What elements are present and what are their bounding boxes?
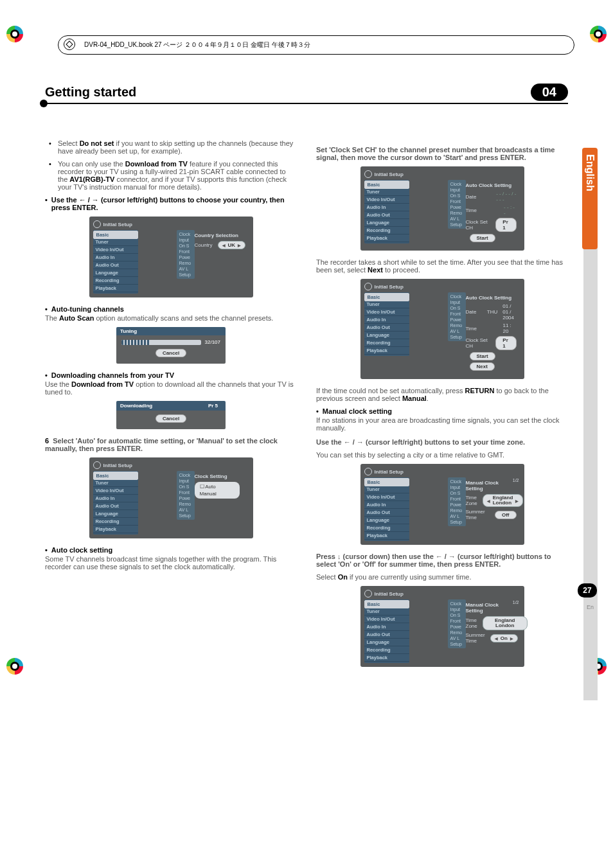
osd-title: Initial Setup bbox=[93, 220, 249, 228]
downloading-body: Use the Download from TV option to downl… bbox=[45, 380, 297, 396]
note-download-from-tv: You can only use the Download from TV fe… bbox=[58, 160, 297, 191]
osd-country-selection: Initial Setup Basic Tuner Video In/Out A… bbox=[89, 217, 253, 297]
osd-sub-menu: Clock Input On S Front Powe Remo AV L Se… bbox=[448, 599, 466, 648]
cancel-button[interactable]: Cancel bbox=[155, 349, 186, 357]
menu-item: Video In/Out bbox=[93, 246, 138, 254]
osd-left-menu: Basic Tuner Video In/Out Audio In Audio … bbox=[364, 180, 409, 244]
menu-item: Recording bbox=[93, 277, 138, 285]
page-language-short: En bbox=[587, 604, 594, 610]
chapter-number-badge: 04 bbox=[531, 84, 568, 101]
osd-panel-heading: Manual Clock Setting bbox=[427, 602, 517, 614]
start-button[interactable]: Start bbox=[470, 234, 495, 242]
osd-panel-heading: Clock Setting bbox=[156, 474, 245, 479]
osd-clock-setting: Initial Setup Basic Tuner Video In/Out A… bbox=[89, 457, 253, 538]
osd-sub-menu: Clock Input On S Front Powe Remo AV L Se… bbox=[448, 180, 466, 229]
heading-downloading: Downloading channels from your TV bbox=[45, 371, 297, 379]
date-value: - - / - - / - - - - bbox=[496, 191, 516, 202]
osd-panel-heading: Country Selection bbox=[156, 233, 245, 238]
cancel-button[interactable]: Cancel bbox=[155, 414, 186, 423]
summertime-selector[interactable]: On bbox=[490, 634, 518, 642]
osd-left-menu: Basic Tuner Video In/Out Audio In Audio … bbox=[364, 477, 409, 541]
menu-item: Language bbox=[93, 269, 138, 277]
osd-page-indicator: 1/2 bbox=[513, 600, 519, 605]
chapter-title: Getting started bbox=[45, 85, 524, 100]
menu-item: Playback bbox=[93, 285, 138, 292]
clock-set-ch-selector[interactable]: Pr 1 bbox=[495, 218, 516, 232]
auto-clock-body: Some TV channels broadcast time signals … bbox=[45, 555, 297, 571]
osd-page-indicator: 1/2 bbox=[513, 478, 519, 483]
tuning-title: Tuning bbox=[116, 327, 226, 335]
osd-left-menu: Basic Tuner Video In/Out Audio In Audio … bbox=[93, 230, 138, 294]
step-summer-time: Press ↓ (cursor down) then use the ← / →… bbox=[316, 553, 568, 568]
left-column: Select Do not set if you want to skip se… bbox=[45, 139, 297, 675]
recorder-wait-text: The recorder takes a short while to set … bbox=[316, 258, 568, 274]
step-choose-country: Use the ← / → (cursor left/right) button… bbox=[45, 196, 297, 211]
osd-manual-clock-off: Initial Setup 1/2 Basic Tuner Video In/O… bbox=[360, 464, 524, 545]
chapter-title-bar: Getting started 04 bbox=[45, 84, 568, 101]
osd-sub-menu: Clock Input On S Front Powe Remo AV L Se… bbox=[177, 471, 195, 520]
manual-clock-body: If no stations in your area are broadcas… bbox=[316, 416, 568, 432]
osd-tuning-progress: Tuning 32/107 Cancel bbox=[116, 327, 226, 364]
osd-panel-heading: Manual Clock Setting bbox=[427, 480, 517, 492]
menu-item: Tuner bbox=[93, 238, 138, 246]
osd-title: Initial Setup bbox=[364, 283, 520, 290]
heading-auto-clock: Auto clock setting bbox=[45, 546, 297, 554]
country-selector[interactable]: UK bbox=[218, 241, 246, 249]
osd-auto-clock-start: Initial Setup Basic Tuner Video In/Out A… bbox=[360, 166, 524, 251]
auto-tune-body: The Auto Scan option automatically scans… bbox=[45, 314, 297, 322]
summertime-value[interactable]: Off bbox=[495, 511, 517, 519]
osd-downloading: Downloading Pr 5 Cancel bbox=[116, 401, 226, 429]
heading-auto-tuning: Auto-tuning channels bbox=[45, 305, 297, 313]
title-underline bbox=[45, 103, 568, 104]
downloading-title: Downloading bbox=[120, 403, 152, 409]
page-number-badge: 27 bbox=[578, 583, 597, 598]
step-set-timezone: Use the ← / → (cursor left/right) button… bbox=[316, 438, 568, 446]
time-value: - - : - - bbox=[504, 204, 516, 216]
menu-item: Audio Out bbox=[93, 261, 138, 269]
osd-panel-heading: Auto Clock Setting bbox=[427, 182, 517, 188]
start-button[interactable]: Start bbox=[470, 352, 495, 360]
step-6: 6 Select 'Auto' for automatic time setti… bbox=[45, 437, 297, 452]
clock-set-ch-selector[interactable]: Pr 1 bbox=[495, 336, 516, 350]
osd-manual-clock-on: Initial Setup 1/2 Basic Tuner Video In/O… bbox=[360, 586, 524, 667]
osd-panel-heading: Auto Clock Setting bbox=[427, 295, 517, 301]
osd-sub-menu: Clock Input On S Front Powe Remo AV L Se… bbox=[448, 292, 466, 341]
tuning-count: 32/107 bbox=[205, 339, 220, 345]
osd-left-menu: Basic Tuner Video In/Out Audio In Audio … bbox=[93, 471, 138, 535]
tuning-progress-bar bbox=[121, 340, 201, 345]
osd-title: Initial Setup bbox=[364, 468, 520, 475]
osd-auto-clock-result: Initial Setup Basic Tuner Video In/Out A… bbox=[360, 279, 524, 379]
osd-field-label: Country bbox=[195, 242, 213, 248]
clock-mode-selector[interactable]: Auto Manual bbox=[195, 482, 240, 499]
step-set-clock-ch: Set 'Clock Set CH' to the channel preset… bbox=[316, 146, 568, 161]
osd-title: Initial Setup bbox=[364, 590, 520, 598]
time-value: 11 : 20 bbox=[502, 323, 516, 334]
osd-title: Initial Setup bbox=[364, 170, 520, 178]
downloading-preset: Pr 5 bbox=[204, 402, 222, 409]
timezone-value: England London bbox=[483, 616, 528, 630]
heading-manual-clock: Manual clock setting bbox=[316, 407, 568, 415]
date-value: 01 / 01 / 2004 bbox=[502, 303, 516, 321]
next-button[interactable]: Next bbox=[470, 362, 495, 371]
if-time-not-set-text: If the time could not be set automatical… bbox=[316, 387, 568, 402]
timezone-body: You can set this by selecting a city or … bbox=[316, 451, 568, 459]
menu-item: Audio In bbox=[93, 254, 138, 261]
summer-body: Select On if you are currently using sum… bbox=[316, 573, 568, 581]
note-do-not-set: Select Do not set if you want to skip se… bbox=[58, 139, 297, 155]
osd-left-menu: Basic Tuner Video In/Out Audio In Audio … bbox=[364, 292, 409, 356]
osd-title: Initial Setup bbox=[93, 461, 249, 469]
right-column: Set 'Clock Set CH' to the channel preset… bbox=[316, 139, 568, 675]
osd-sub-menu: Clock Input On S Front Powe Remo AV L Se… bbox=[448, 477, 466, 526]
timezone-selector[interactable]: England London bbox=[483, 494, 524, 507]
osd-left-menu: Basic Tuner Video In/Out Audio In Audio … bbox=[364, 599, 409, 663]
osd-sub-menu: Clock Input On S Front Powe Remo AV L Se… bbox=[177, 230, 195, 279]
